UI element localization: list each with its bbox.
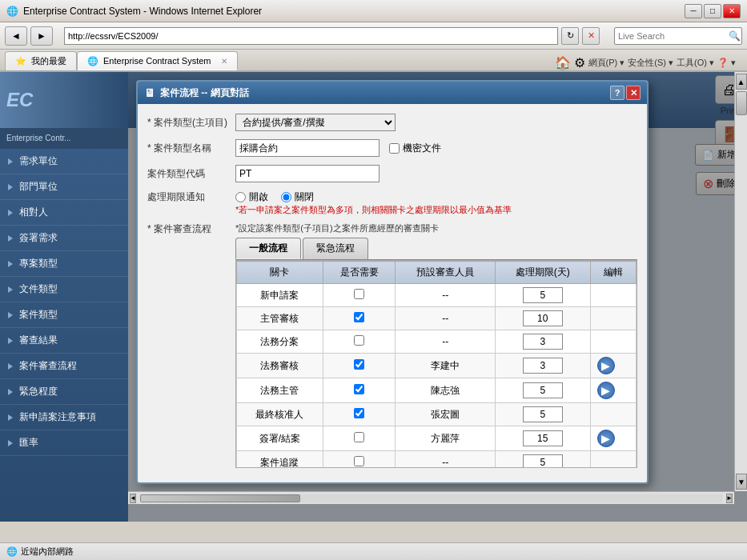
checkbox-required-3[interactable] [354, 359, 364, 370]
sidebar-item-doctype[interactable]: 文件類型 [0, 277, 128, 302]
cell-reviewer-1: -- [396, 307, 495, 330]
confidential-label: 機密文件 [389, 142, 441, 155]
dialog-close-button[interactable]: ✕ [626, 86, 641, 100]
home-icon[interactable]: 🏠 [555, 55, 571, 70]
label-casetype-main: * 案件類型(主項目) [147, 116, 235, 130]
casetype-main-select[interactable]: 合約提供/審查/撰擬 [235, 114, 396, 131]
sidebar-item-notice[interactable]: 新申請案注意事項 [0, 405, 128, 430]
scroll-left-button[interactable]: ◄ [130, 494, 136, 503]
cell-gate-4: 法務主管 [237, 378, 323, 403]
scroll-up-button[interactable]: ▲ [736, 74, 747, 90]
table-row: 簽署/結案 方麗萍 ▶ [237, 426, 637, 451]
checkbox-required-4[interactable] [354, 384, 364, 394]
casetype-code-input[interactable] [235, 165, 380, 182]
checkbox-required-7[interactable] [354, 456, 364, 466]
table-row: 法務審核 李建中 ▶ [237, 354, 637, 378]
arrow-icon [8, 389, 13, 395]
sidebar-item-reviewflow[interactable]: 案件審查流程 [0, 354, 128, 379]
sidebar-item-counterpart[interactable]: 相對人 [0, 200, 128, 226]
forward-button[interactable]: ► [30, 26, 53, 46]
days-input-6[interactable] [523, 430, 563, 446]
checkbox-required-1[interactable] [354, 312, 364, 322]
minimize-button[interactable]: ─ [685, 4, 702, 18]
cell-reviewer-7: -- [396, 451, 495, 469]
edit-button-3[interactable]: ▶ [597, 357, 615, 374]
stop-button[interactable]: ✕ [582, 27, 600, 45]
sidebar-label-casetype: 案件類型 [19, 308, 58, 322]
search-input[interactable] [618, 31, 729, 41]
arrow-icon [8, 184, 13, 190]
sidebar-label-dept: 部門單位 [19, 180, 58, 194]
arrow-icon [8, 235, 13, 242]
edit-button-6[interactable]: ▶ [597, 430, 615, 447]
table-body: 新申請案 -- [237, 284, 637, 469]
cell-edit-3: ▶ [590, 354, 636, 378]
sidebar-item-sign[interactable]: 簽署需求 [0, 226, 128, 251]
cell-gate-6: 簽署/結案 [237, 426, 323, 451]
cell-days-7 [495, 451, 590, 469]
confidential-checkbox[interactable] [389, 143, 400, 154]
scroll-thumb[interactable] [736, 91, 747, 115]
checkbox-required-5[interactable] [354, 408, 364, 418]
cell-reviewer-0: -- [396, 284, 495, 307]
days-input-7[interactable] [523, 454, 563, 468]
tab-close-icon[interactable]: ✕ [221, 57, 227, 66]
radio-open[interactable] [235, 192, 246, 202]
browser-toolbar: ◄ ► ↻ ✕ 🔍 [0, 22, 747, 50]
arrow-icon [8, 286, 13, 293]
scroll-right-button[interactable]: ► [726, 494, 733, 503]
scroll-down-button[interactable]: ▼ [736, 474, 747, 490]
address-bar[interactable] [64, 27, 558, 45]
col-required: 是否需要 [323, 262, 396, 284]
sidebar-label-rate: 匯率 [19, 436, 38, 450]
h-scroll-thumb[interactable] [140, 494, 300, 502]
status-bar: 🌐 近端內部網路 [0, 542, 747, 560]
sidebar-item-demand[interactable]: 需求單位 [0, 149, 128, 174]
checkbox-required-0[interactable] [354, 289, 364, 299]
radio-close[interactable] [281, 192, 291, 202]
refresh-button[interactable]: ↻ [561, 27, 579, 45]
cell-required-5 [323, 403, 396, 426]
edit-button-4[interactable]: ▶ [597, 382, 615, 399]
days-input-4[interactable] [523, 382, 563, 398]
cell-edit-2 [590, 330, 636, 354]
tab-emergency[interactable]: 緊急流程 [303, 238, 368, 259]
days-input-2[interactable] [523, 334, 563, 350]
dialog-help-button[interactable]: ? [610, 86, 625, 100]
dialog-icon: 🖥 [144, 86, 155, 99]
tools-icon[interactable]: ⚙ [574, 55, 585, 70]
sidebar-item-rate[interactable]: 匯率 [0, 430, 128, 456]
browser-tabbar: ⭐ 我的最愛 🌐 Enterprise Contract System ✕ 🏠 … [0, 50, 747, 72]
sidebar-item-review[interactable]: 審查結果 [0, 328, 128, 354]
sidebar-label-urgency: 緊急程度 [19, 385, 58, 398]
vertical-scrollbar[interactable]: ▲ ▼ [734, 72, 747, 491]
arrow-icon [8, 440, 13, 446]
horizontal-scrollbar[interactable]: ◄ ► [128, 491, 734, 504]
casetype-name-input[interactable] [235, 139, 380, 157]
days-input-5[interactable] [523, 406, 563, 422]
sidebar-item-urgency[interactable]: 緊急程度 [0, 379, 128, 405]
cell-required-3 [323, 354, 396, 378]
checkbox-required-2[interactable] [354, 335, 364, 346]
sidebar-item-dept[interactable]: 部門單位 [0, 174, 128, 200]
days-input-0[interactable] [523, 287, 563, 303]
cell-edit-6: ▶ [590, 426, 636, 451]
cell-gate-5: 最終核准人 [237, 403, 323, 426]
label-review: * 案件審查流程 [147, 221, 235, 236]
search-icon: 🔍 [729, 30, 741, 42]
close-window-button[interactable]: ✕ [723, 4, 741, 18]
tab-ecs[interactable]: 🌐 Enterprise Contract System ✕ [77, 51, 238, 70]
days-input-3[interactable] [523, 358, 563, 374]
cell-edit-0 [590, 284, 636, 307]
cell-days-5 [495, 403, 590, 426]
arrow-icon [8, 158, 13, 165]
tab-normal[interactable]: 一般流程 [235, 238, 301, 259]
checkbox-required-6[interactable] [354, 432, 364, 442]
days-input-1[interactable] [523, 310, 563, 326]
tab-favorites[interactable]: ⭐ 我的最愛 [5, 51, 77, 70]
sidebar-item-casetype[interactable]: 案件類型 [0, 302, 128, 328]
sidebar-item-project[interactable]: 專案類型 [0, 251, 128, 277]
back-button[interactable]: ◄ [5, 26, 27, 46]
cell-edit-4: ▶ [590, 378, 636, 403]
maximize-button[interactable]: □ [704, 4, 721, 18]
